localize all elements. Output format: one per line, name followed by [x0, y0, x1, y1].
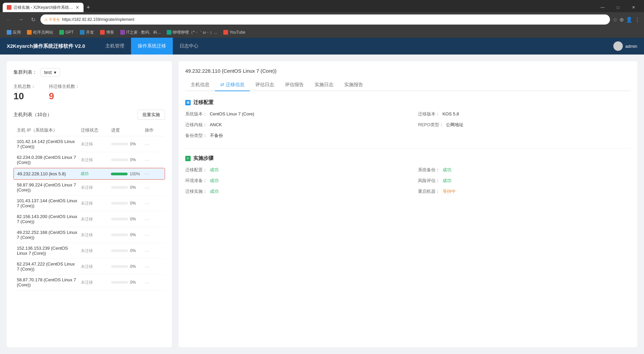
table-row[interactable]: 152.136.153.239 (CentOS Linux 7 (Core)) …: [13, 243, 165, 259]
browser-chrome: 迁移实施 - X2Keyarch操作系统迁... ✕ + — □ ✕ ← → ↻…: [0, 0, 644, 38]
more-button[interactable]: ···: [145, 157, 162, 163]
more-button[interactable]: ···: [145, 217, 162, 222]
row-progress: 0%: [111, 217, 141, 221]
progress-text: 0%: [130, 185, 136, 190]
menu-button[interactable]: ⋮: [635, 16, 640, 23]
bookmark-programmer[interactable]: 程序员网站: [24, 29, 56, 36]
tab-impl-report[interactable]: 实施报告: [339, 79, 368, 91]
col-ip: 主机 IP（系统版本）: [17, 127, 77, 133]
more-button[interactable]: ···: [145, 264, 162, 269]
pending-hosts-label: 待迁移主机数：: [49, 83, 79, 90]
bookmark-apps[interactable]: 应用: [4, 29, 24, 36]
tab-impl-log[interactable]: 实施日志: [309, 79, 339, 91]
more-button[interactable]: ···: [145, 185, 162, 190]
row-progress: 100%: [111, 172, 141, 176]
pending-hosts-stat: 待迁移主机数： 9: [49, 83, 79, 102]
row-progress: 0%: [111, 233, 141, 237]
blog-icon: [100, 30, 105, 35]
row-ip: 58.87.70.178 (CentOS Linux 7 (Core)): [17, 277, 77, 287]
app-header: X2Keyarch操作系统迁移软件 V2.0 主机管理 操作系统迁移 日志中心 …: [0, 38, 644, 55]
tab-title: 迁移实施 - X2Keyarch操作系统迁...: [13, 5, 73, 10]
bookmark-blog[interactable]: 博客: [97, 29, 117, 36]
cluster-select[interactable]: test ▾: [40, 68, 60, 77]
ithome-icon: [120, 30, 125, 35]
refresh-button[interactable]: ↻: [28, 15, 38, 24]
row-ip: 101.42.14.142 (CentOS Linux 7 (Core)): [17, 139, 77, 149]
section-divider: [185, 148, 631, 148]
table-row[interactable]: 82.156.143.200 (CentOS Linux 7 (Core)) 未…: [13, 211, 165, 227]
row-ip: 49.232.252.168 (CentOS Linux 7 (Core)): [17, 230, 77, 240]
table-row[interactable]: 49.232.252.168 (CentOS Linux 7 (Core)) 未…: [13, 227, 165, 243]
table-row[interactable]: 58.87.70.178 (CentOS Linux 7 (Core)) 未迁移…: [13, 275, 165, 290]
row-progress: 0%: [111, 280, 141, 285]
cluster-row: 集群列表： test ▾: [13, 68, 165, 77]
back-button[interactable]: ←: [4, 15, 13, 24]
row-status: 未迁移: [81, 216, 108, 222]
star-button[interactable]: ☆: [613, 16, 617, 23]
more-button[interactable]: ···: [145, 280, 162, 285]
extension-button[interactable]: ⊕: [619, 16, 624, 23]
profile-button[interactable]: 👤: [626, 16, 633, 23]
main-content: 集群列表： test ▾ 主机总数： 10 待迁移主机数： 9 主机列表（10台…: [0, 55, 644, 354]
more-button[interactable]: ···: [144, 171, 161, 176]
url-bar[interactable]: ⚠ 不安全 https://182.92.82.159/migrate/impl…: [40, 14, 610, 25]
close-button[interactable]: ✕: [626, 1, 641, 13]
row-progress: 0%: [111, 157, 141, 162]
right-panel: 49.232.228.110 (CentOS Linux 7 (Core)) 主…: [179, 61, 637, 347]
bookmark-youtube[interactable]: YouTube: [221, 29, 248, 35]
row-ip: 82.156.143.200 (CentOS Linux 7 (Core)): [17, 214, 77, 224]
active-tab[interactable]: 迁移实施 - X2Keyarch操作系统迁... ✕: [3, 3, 84, 12]
youtube-icon: [223, 30, 228, 35]
username: admin: [625, 44, 637, 49]
bookmark-gpt[interactable]: GPT: [57, 29, 76, 35]
table-row[interactable]: 101.43.137.144 (CentOS Linux 7 (Core)) 未…: [13, 196, 165, 211]
bookmark-ithome[interactable]: IT之家 · 数码、科...: [118, 29, 164, 36]
tab-host-info[interactable]: 主机信息: [185, 79, 215, 91]
apps-icon: [7, 30, 11, 35]
table-row[interactable]: 101.42.14.142 (CentOS Linux 7 (Core)) 未迁…: [13, 136, 165, 152]
table-row[interactable]: 62.234.0.208 (CentOS Linux 7 (Core)) 未迁移…: [13, 152, 165, 168]
bookmark-gpt-label: GPT: [65, 30, 74, 35]
forward-button[interactable]: →: [16, 15, 26, 24]
migration-config-icon: ⊞: [185, 100, 191, 105]
tab-close-button[interactable]: ✕: [75, 5, 79, 10]
config-item-kernel: 迁移内核： ANCK: [185, 122, 398, 128]
header-right: admin: [613, 41, 637, 51]
more-button[interactable]: ···: [145, 248, 162, 253]
nav-os-migration[interactable]: 操作系统迁移: [131, 38, 173, 55]
row-ip: 62.234.0.208 (CentOS Linux 7 (Core)): [17, 155, 77, 165]
tab-migration-info[interactable]: ⇄迁移信息: [215, 79, 250, 91]
row-status: 未迁移: [81, 141, 108, 147]
progress-text: 0%: [130, 248, 136, 253]
tab-eval-log[interactable]: 评估日志: [250, 79, 280, 91]
window-controls: — □ ✕: [595, 1, 641, 13]
migration-config-title: ⊞ 迁移配置: [185, 99, 631, 106]
programmer-icon: [27, 30, 32, 35]
batch-implement-button[interactable]: 批量实施: [137, 110, 165, 120]
more-button[interactable]: ···: [145, 233, 162, 238]
progress-text: 0%: [130, 201, 136, 206]
minimize-button[interactable]: —: [595, 1, 610, 13]
progress-text: 0%: [130, 157, 136, 162]
table-row[interactable]: 62.234.47.222 (CentOS Linux 7 (Core)) 未迁…: [13, 259, 165, 275]
list-title: 主机列表（10台）: [13, 112, 52, 118]
row-status: 未迁移: [81, 248, 108, 254]
tabs-row: 主机信息 ⇄迁移信息 评估日志 评估报告 实施日志 实施报告: [185, 79, 631, 91]
main-nav: 主机管理 操作系统迁移 日志中心: [99, 38, 205, 55]
progress-text: 0%: [130, 142, 136, 146]
more-button[interactable]: ···: [145, 201, 162, 206]
table-row-selected[interactable]: 49.232.228.110 (kos 5.8) 成功 100% ···: [13, 168, 165, 180]
nav-host-management[interactable]: 主机管理: [99, 38, 131, 55]
progress-text: 100%: [130, 172, 140, 176]
row-status: 未迁移: [81, 157, 108, 163]
table-row[interactable]: 58.87.99.224 (CentOS Linux 7 (Core)) 未迁移…: [13, 180, 165, 196]
bookmark-dev[interactable]: 开发: [77, 29, 97, 36]
row-status: 未迁移: [81, 232, 108, 238]
nav-log-center[interactable]: 日志中心: [173, 38, 205, 55]
bookmark-bilibili[interactable]: 咿哩咿哩（*・｀ω・）...: [164, 29, 220, 36]
more-button[interactable]: ···: [145, 142, 162, 147]
new-tab-button[interactable]: +: [84, 3, 93, 12]
col-action: 操作: [145, 127, 162, 133]
tab-eval-report[interactable]: 评估报告: [280, 79, 309, 91]
maximize-button[interactable]: □: [610, 1, 626, 13]
